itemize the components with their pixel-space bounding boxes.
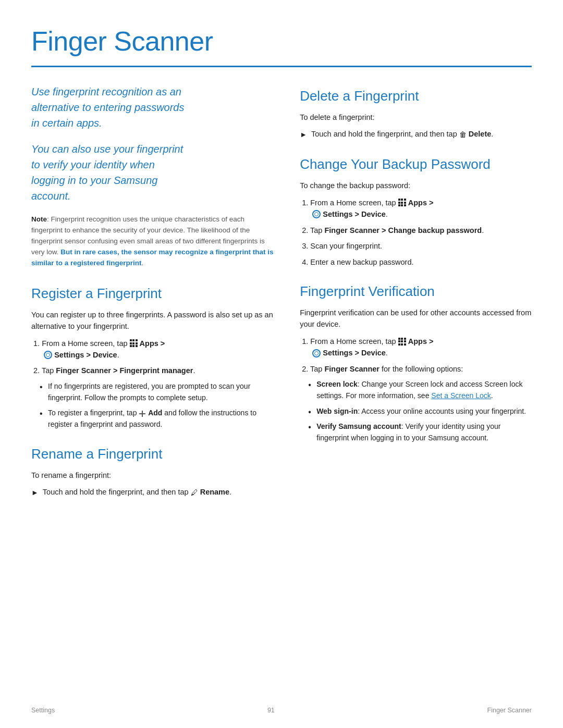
rename-body: To rename a fingerprint:	[31, 470, 275, 481]
apps-grid-icon-2	[398, 199, 408, 207]
register-title: Register a Fingerprint	[31, 283, 275, 304]
intro-paragraph-1: Use fingerprint recognition as an altern…	[31, 84, 275, 131]
fv-step-2: 2. Tap Finger Scanner for the following …	[300, 363, 532, 375]
delete-body: To delete a fingerprint:	[300, 112, 532, 123]
settings-icon-2	[312, 210, 321, 218]
footer-left: Settings	[31, 706, 55, 715]
register-bullet-1: If no fingerprints are registered, you a…	[40, 381, 275, 403]
fingerprint-verification-section: Fingerprint Verification Fingerprint ver…	[300, 281, 532, 444]
delete-title: Delete a Fingerprint	[300, 86, 532, 106]
page-title: Finger Scanner	[31, 21, 532, 61]
footer-right: Finger Scanner	[487, 706, 532, 715]
fv-bullet-3: Verify Samsung account: Verify your iden…	[308, 421, 532, 443]
left-column: Use fingerprint recognition as an altern…	[31, 84, 275, 512]
screen-lock-link[interactable]: Set a Screen Lock	[431, 391, 491, 400]
delete-arrow-item: ► Touch and hold the fingerprint, and th…	[300, 128, 532, 141]
change-backup-title: Change Your Backup Password	[300, 154, 532, 175]
right-arrow-icon-rename: ►	[31, 487, 39, 499]
register-step-2: 2. Tap Finger Scanner > Fingerprint mana…	[31, 365, 275, 376]
change-backup-step-1: 1. From a Home screen, tap Apps >	[300, 197, 532, 220]
register-body: You can register up to three fingerprint…	[31, 309, 275, 332]
change-backup-step-4: 4. Enter a new backup password.	[300, 256, 532, 268]
note-block: Note: Fingerprint recognition uses the u…	[31, 214, 275, 269]
footer: Settings 91 Finger Scanner	[31, 706, 532, 715]
change-backup-step-3: 3. Scan your fingerprint.	[300, 240, 532, 252]
change-backup-body: To change the backup password:	[300, 180, 532, 191]
rename-section: Rename a Fingerprint To rename a fingerp…	[31, 444, 275, 499]
footer-center: 91	[267, 706, 275, 715]
svg-rect-1	[139, 413, 145, 414]
apps-grid-icon-3	[398, 337, 408, 346]
settings-icon-1	[44, 351, 52, 359]
register-steps: 1. From a Home screen, tap Apps >	[31, 338, 275, 377]
fingerprint-verification-steps: 1. From a Home screen, tap Apps >	[300, 336, 532, 375]
right-column: Delete a Fingerprint To delete a fingerp…	[300, 84, 532, 512]
change-backup-section: Change Your Backup Password To change th…	[300, 154, 532, 268]
settings-icon-3	[312, 349, 321, 357]
fingerprint-verification-title: Fingerprint Verification	[300, 281, 532, 302]
fingerprint-verification-body: Fingerprint verification can be used for…	[300, 307, 532, 330]
register-section: Register a Fingerprint You can register …	[31, 283, 275, 430]
fv-bullet-2: Web sign-in: Access your online accounts…	[308, 406, 532, 417]
change-backup-step-2: 2. Tap Finger Scanner > Change backup pa…	[300, 225, 532, 236]
delete-section: Delete a Fingerprint To delete a fingerp…	[300, 86, 532, 141]
note-label: Note	[31, 215, 47, 223]
register-bullets: If no fingerprints are registered, you a…	[40, 381, 275, 430]
trash-icon: 🗑	[459, 129, 467, 141]
register-bullet-2: To register a fingerprint, tap Add and f…	[40, 408, 275, 430]
rename-title: Rename a Fingerprint	[31, 444, 275, 464]
change-backup-steps: 1. From a Home screen, tap Apps >	[300, 197, 532, 268]
right-arrow-icon-delete: ►	[300, 129, 307, 141]
register-step-1: 1. From a Home screen, tap Apps >	[31, 338, 275, 361]
fv-bullet-1: Screen lock: Change your Screen lock and…	[308, 379, 532, 401]
note-bold-blue: But in rare cases, the sensor may recogn…	[31, 248, 273, 267]
add-icon	[139, 410, 146, 417]
fv-bullets: Screen lock: Change your Screen lock and…	[308, 379, 532, 443]
title-rule	[31, 66, 532, 67]
rename-arrow-item: ► Touch and hold the fingerprint, and th…	[31, 486, 275, 499]
rename-pencil-icon: 🖊	[191, 487, 198, 499]
fv-step-1: 1. From a Home screen, tap Apps >	[300, 336, 532, 359]
intro-paragraph-2: You can also use your fingerprint to ver…	[31, 141, 275, 204]
apps-grid-icon-1	[130, 339, 140, 348]
